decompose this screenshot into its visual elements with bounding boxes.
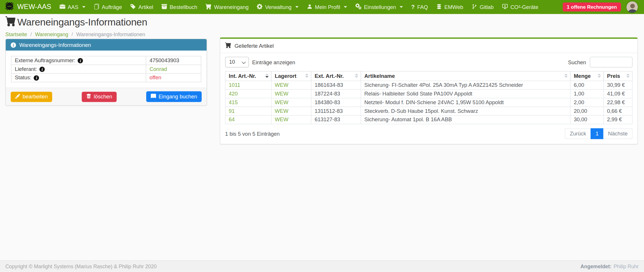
device-icon — [502, 3, 508, 11]
gear-icon — [257, 3, 263, 10]
nav-item-wareneingang[interactable]: Wareneingang — [201, 0, 253, 14]
articles-table: Int. Art.-Nr. Lagerort Ext. Art.-Nr. Art… — [225, 71, 632, 124]
artikelname-cell: Steckverb. D-Sub Haube 15pol. Kunst. Sch… — [361, 107, 570, 115]
ext-art-nr-cell: 187224-83 — [311, 89, 361, 98]
lieferant-link[interactable]: Conrad — [149, 66, 167, 72]
table-row: 415 WEW 184380-83 Netzteil- Modul f. DIN… — [225, 98, 632, 107]
book-icon — [151, 93, 156, 100]
nav-label: Artikel — [138, 4, 153, 10]
copyright-text: Copyright © Marlight Systems (Marius Ras… — [5, 264, 157, 269]
nav-label: Gitlab — [480, 4, 493, 10]
nav-label: FAQ — [417, 4, 428, 10]
nav-menu: AAS Aufträge Artikel Bestellbuch Warenei… — [55, 0, 543, 14]
page-title: Wareneingangs-Informationen — [5, 16, 147, 29]
artikelname-cell: Sicherung- FI-Schalter 4Pol. 25A 30mA Ty… — [361, 81, 570, 89]
info-icon[interactable] — [40, 67, 45, 72]
search-input[interactable] — [590, 57, 632, 67]
nav-label: Verwaltung — [265, 4, 292, 10]
column-header-preis[interactable]: Preis — [604, 71, 632, 81]
page-length-select[interactable]: 10 — [225, 57, 249, 67]
articles-panel-title: Gelieferte Artikel — [235, 43, 274, 49]
column-header-menge[interactable]: Menge — [570, 71, 604, 81]
preis-cell: 41,09 € — [604, 89, 632, 98]
column-label: Preis — [607, 73, 620, 79]
table-row: 91 WEW 1311512-83 Steckverb. D-Sub Haube… — [225, 107, 632, 115]
pagination-page-1-button[interactable]: 1 — [591, 128, 603, 139]
artikelname-cell: Sicherung- Automat 1pol. B 16A ABB — [361, 115, 570, 124]
nav-item-gitlab[interactable]: Gitlab — [467, 0, 498, 14]
order-book-icon — [162, 3, 167, 10]
articles-panel-body: 10 Einträge anzeigen Suchen Int. Art.-Nr… — [220, 53, 637, 144]
lagerort-link[interactable]: WEW — [275, 108, 288, 114]
breadcrumb: Startseite Wareneingang Wareneingangs-In… — [5, 32, 147, 37]
nav-item-einstellungen[interactable]: Einstellungen — [351, 0, 407, 14]
column-header-artikelname[interactable]: Artikelname — [361, 71, 570, 81]
delivered-articles-panel: Gelieferte Artikel 10 Einträge anzeigen … — [220, 37, 638, 144]
breadcrumb-startseite[interactable]: Startseite — [5, 32, 27, 37]
info-icon[interactable] — [78, 58, 83, 63]
lagerort-link[interactable]: WEW — [275, 99, 288, 105]
int-art-nr-link[interactable]: 1011 — [229, 82, 240, 88]
info-icon[interactable] — [34, 75, 39, 80]
sort-icon — [305, 73, 308, 78]
lagerort-link[interactable]: WEW — [275, 116, 288, 122]
int-art-nr-link[interactable]: 420 — [229, 91, 238, 97]
chevron-down-icon — [295, 6, 298, 8]
pagination-prev-button[interactable]: Zurück — [565, 128, 591, 139]
delete-button-label: löschen — [94, 94, 112, 100]
nav-item-aas[interactable]: AAS — [55, 0, 90, 14]
pagination: Zurück 1 Nächste — [565, 128, 632, 139]
menge-cell: 20,00 — [570, 107, 604, 115]
table-row: Externe Auftragsnummer: 4750043903 — [11, 56, 201, 65]
column-header-ext-art-nr[interactable]: Ext. Art.-Nr. — [311, 71, 361, 81]
brand-link[interactable]: WEW WEW-AAS — [4, 1, 51, 13]
column-header-lagerort[interactable]: Lagerort — [271, 71, 311, 81]
nav-item-emweb[interactable]: EMWeb — [432, 0, 467, 14]
column-label: Menge — [574, 73, 591, 79]
nav-label: Einstellungen — [364, 4, 396, 10]
nav-item-mein-profil[interactable]: Mein Profil — [302, 0, 351, 14]
open-invoices-badge[interactable]: 1 offene Rechnungen — [563, 3, 621, 12]
nav-item-faq[interactable]: FAQ — [407, 0, 432, 14]
nav-item-artikel[interactable]: Artikel — [126, 0, 157, 14]
user-avatar[interactable] — [626, 1, 639, 13]
lagerort-link[interactable]: WEW — [275, 91, 288, 97]
info-panel-footer: bearbeiten löschen Eingang buchen — [6, 88, 207, 105]
int-art-nr-link[interactable]: 415 — [229, 99, 238, 105]
int-art-nr-link[interactable]: 64 — [229, 116, 235, 122]
nav-item-co2-geraete[interactable]: CO²-Geräte — [498, 0, 543, 14]
int-art-nr-link[interactable]: 91 — [229, 108, 235, 114]
ext-art-nr-cell: 1311512-83 — [311, 107, 361, 115]
chevron-down-icon — [344, 6, 347, 8]
goods-receipt-info-panel: Wareneingangs-Informationen Externe Auft… — [5, 39, 207, 106]
table-row: Status: offen — [11, 73, 201, 82]
field-value-externe-auftragsnummer: 4750043903 — [146, 56, 201, 65]
lagerort-link[interactable]: WEW — [275, 82, 288, 88]
sort-icon — [265, 73, 268, 78]
breadcrumb-wareneingang[interactable]: Wareneingang — [27, 32, 68, 37]
delete-button[interactable]: löschen — [82, 91, 117, 102]
nav-item-auftraege[interactable]: Aufträge — [90, 0, 126, 14]
preis-cell: 2,99 € — [604, 115, 632, 124]
chevron-down-icon — [400, 6, 403, 8]
nav-item-bestellbuch[interactable]: Bestellbuch — [157, 0, 201, 14]
sort-icon — [626, 73, 630, 78]
page-head: Wareneingangs-Informationen Startseite W… — [5, 16, 147, 37]
edit-button[interactable]: bearbeiten — [11, 91, 52, 102]
page-footer: Copyright © Marlight Systems (Marius Ras… — [0, 260, 644, 272]
briefcase-icon — [60, 3, 65, 10]
info-panel-title: Wareneingangs-Informationen — [19, 42, 91, 48]
pagination-next-button[interactable]: Nächste — [604, 128, 633, 139]
book-receipt-button[interactable]: Eingang buchen — [146, 91, 202, 102]
nav-item-verwaltung[interactable]: Verwaltung — [253, 0, 302, 14]
trash-icon — [86, 93, 91, 100]
book-receipt-button-label: Eingang buchen — [159, 94, 197, 100]
status-value: offen — [149, 74, 161, 80]
column-header-int-art-nr[interactable]: Int. Art.-Nr. — [225, 71, 271, 81]
sort-icon — [597, 73, 601, 78]
navbar-right: 1 offene Rechnungen — [563, 1, 640, 13]
field-label-status: Status: — [15, 75, 31, 81]
page-title-text: Wareneingangs-Informationen — [17, 16, 147, 28]
search-label: Suchen — [568, 59, 586, 65]
cart-arrow-down-icon — [5, 16, 16, 29]
